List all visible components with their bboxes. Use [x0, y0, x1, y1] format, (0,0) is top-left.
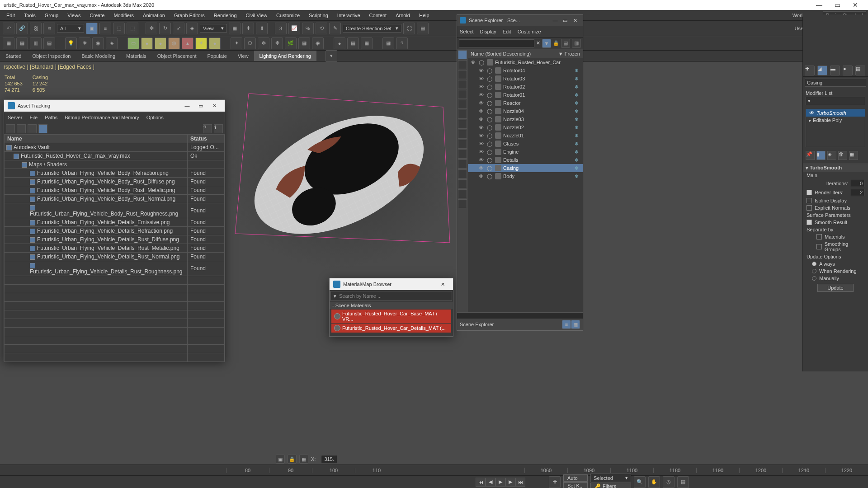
stack-pin[interactable]: 📌: [806, 151, 815, 160]
tool-b[interactable]: ▦: [16, 38, 28, 49]
ribbon-basic-modeling[interactable]: Basic Modeling: [76, 51, 121, 61]
menu-animation[interactable]: Animation: [138, 13, 170, 18]
isoline-checkbox[interactable]: [807, 198, 812, 203]
update-button[interactable]: Update: [817, 284, 854, 292]
rotate-button[interactable]: ↻: [159, 23, 171, 34]
se-footer-btn-b[interactable]: ▦: [571, 320, 580, 329]
pivot-button[interactable]: ▦: [229, 23, 241, 34]
ribbon-object-placement[interactable]: Object Placement: [152, 51, 202, 61]
menu-tools[interactable]: Tools: [19, 13, 40, 18]
placement-button[interactable]: ◈: [186, 23, 198, 34]
tab-create[interactable]: ✚: [805, 66, 815, 75]
always-radio[interactable]: [812, 262, 816, 266]
particle-c[interactable]: ✻: [258, 38, 269, 49]
move-button[interactable]: ✥: [146, 23, 157, 34]
scale-button[interactable]: ⤢: [173, 23, 184, 34]
nav-pan[interactable]: ✋: [648, 476, 660, 488]
tab-hierarchy[interactable]: ▬: [830, 66, 840, 75]
play-button[interactable]: ▶: [495, 478, 505, 487]
se-filter-button[interactable]: ▼: [542, 39, 551, 48]
scene-item[interactable]: 👁◯Rotator01❄: [468, 91, 583, 99]
menu-edit[interactable]: Edit: [2, 13, 19, 18]
asset-row[interactable]: Futuristic_Urban_Flying_Vehicle_Details_…: [5, 244, 225, 253]
mb-search[interactable]: ▾ Search by Name ...: [330, 291, 452, 301]
scene-item[interactable]: 👁◯Rotator04❄: [468, 66, 583, 75]
ref-coord-dropdown[interactable]: View▾: [200, 24, 227, 33]
ribbon-toggle[interactable]: ▾: [326, 50, 337, 62]
mb-item-details-mat[interactable]: Futuristic_Rusted_Hover_Car_Details_MAT …: [331, 324, 451, 333]
asset-row[interactable]: Futuristic_Urban_Flying_Vehicle_Body_Ref…: [5, 169, 225, 178]
key-filter-dropdown[interactable]: Selected▾: [590, 474, 631, 482]
angle-snap-button[interactable]: 📈: [288, 23, 300, 34]
at-tool-table[interactable]: [38, 124, 47, 133]
at-tool-refresh[interactable]: [6, 124, 15, 133]
key-filters-button[interactable]: 🔑Filters: [590, 483, 631, 488]
scene-item[interactable]: 👁◯Reactor❄: [468, 99, 583, 107]
se-scrollbar[interactable]: [457, 312, 583, 319]
se-filter-misc3[interactable]: [458, 199, 467, 208]
se-filter-container[interactable]: [458, 150, 467, 159]
mb-group-scene-materials[interactable]: - Scene Materials: [330, 302, 453, 309]
asset-row[interactable]: Futuristic_Urban_Flying_Vehicle_Details_…: [5, 227, 225, 235]
se-clear-icon[interactable]: ✕: [536, 40, 540, 46]
asset-row[interactable]: Futuristic_Urban_Flying_Vehicle_Details_…: [5, 253, 225, 261]
at-col-status[interactable]: Status: [188, 135, 225, 143]
key-mode-button[interactable]: ✚: [549, 476, 561, 488]
menu-customize[interactable]: Customize: [272, 13, 304, 18]
iterations-spinner[interactable]: 0: [851, 180, 864, 187]
se-lock-icon[interactable]: 🔒: [553, 40, 559, 46]
at-menu-options[interactable]: Options: [146, 115, 164, 120]
materials-checkbox[interactable]: [816, 234, 822, 239]
menu-arnold[interactable]: Arnold: [391, 13, 415, 18]
auto-key-button[interactable]: Auto: [563, 474, 588, 482]
menu-views[interactable]: Views: [63, 13, 85, 18]
prim-cylinder[interactable]: ●: [155, 38, 166, 49]
se-filter-group[interactable]: [458, 120, 467, 129]
se-filter-all[interactable]: [458, 50, 467, 59]
snap-button[interactable]: ▦: [299, 455, 308, 464]
help-icon[interactable]: ?: [396, 38, 408, 49]
asset-row[interactable]: Futuristic_Urban_Flying_Vehicle_Details_…: [5, 218, 225, 227]
misc-a[interactable]: ▦: [382, 38, 394, 49]
stack-remove[interactable]: 🗑: [838, 151, 847, 160]
scene-item[interactable]: 👁◯Rotator03❄: [468, 75, 583, 83]
ribbon-started[interactable]: Started: [0, 51, 27, 61]
keyboard-button[interactable]: ⬆: [256, 23, 268, 34]
set-key-button[interactable]: Set K...: [563, 482, 588, 488]
asset-row[interactable]: Futuristic_Urban_Flying_Vehicle_Details_…: [5, 261, 225, 276]
manually-radio[interactable]: [812, 276, 816, 281]
asset-row[interactable]: Futuristic_Urban_Flying_Vehicle_Body_Rus…: [5, 195, 225, 203]
ribbon-object-inspection[interactable]: Object Inspection: [27, 51, 76, 61]
menu-rendering[interactable]: Rendering: [209, 13, 241, 18]
ribbon-materials[interactable]: Materials: [121, 51, 152, 61]
se-search-input[interactable]: [459, 39, 534, 47]
goto-start-button[interactable]: ⏮: [476, 478, 486, 487]
mb-titlebar[interactable]: Material/Map Browser ✕: [330, 278, 453, 290]
ribbon-lighting-rendering[interactable]: Lighting And Rendering: [254, 51, 316, 61]
render-a[interactable]: ●: [334, 38, 345, 49]
asset-row[interactable]: Futuristic_Urban_Flying_Vehicle_Body_Rus…: [5, 178, 225, 186]
tool-d[interactable]: ▤: [43, 38, 55, 49]
window-crossing-button[interactable]: ⬚: [127, 23, 138, 34]
scene-item[interactable]: 👁◯Engine❄: [468, 148, 583, 156]
se-min[interactable]: —: [550, 18, 560, 23]
at-tool-help[interactable]: ?: [203, 124, 212, 133]
smgroups-checkbox[interactable]: [816, 244, 822, 249]
percent-snap-button[interactable]: %: [302, 23, 314, 34]
at-tool-list[interactable]: [17, 124, 26, 133]
select-by-name-button[interactable]: ≡: [99, 23, 111, 34]
se-titlebar[interactable]: Scene Explorer - Sce... — ▭ ✕: [457, 15, 583, 26]
undo-button[interactable]: ↶: [3, 23, 14, 34]
isolate-button[interactable]: ▣: [276, 455, 285, 464]
asset-row[interactable]: Futuristic_Urban_Flying_Vehicle_Body_Rus…: [5, 203, 225, 218]
mb-close[interactable]: ✕: [436, 282, 449, 287]
particle-g[interactable]: ◉: [312, 38, 324, 49]
se-menu-customize[interactable]: Customize: [518, 29, 541, 34]
se-close[interactable]: ✕: [570, 18, 580, 23]
se-filter-geom[interactable]: [458, 60, 467, 69]
se-view-b[interactable]: ▥: [572, 39, 581, 48]
se-menu-select[interactable]: Select: [460, 29, 474, 34]
se-view-a[interactable]: ▤: [561, 39, 570, 48]
scene-item[interactable]: 👁◯Details❄: [468, 156, 583, 164]
selection-filter-dropdown[interactable]: All▾: [57, 24, 84, 33]
